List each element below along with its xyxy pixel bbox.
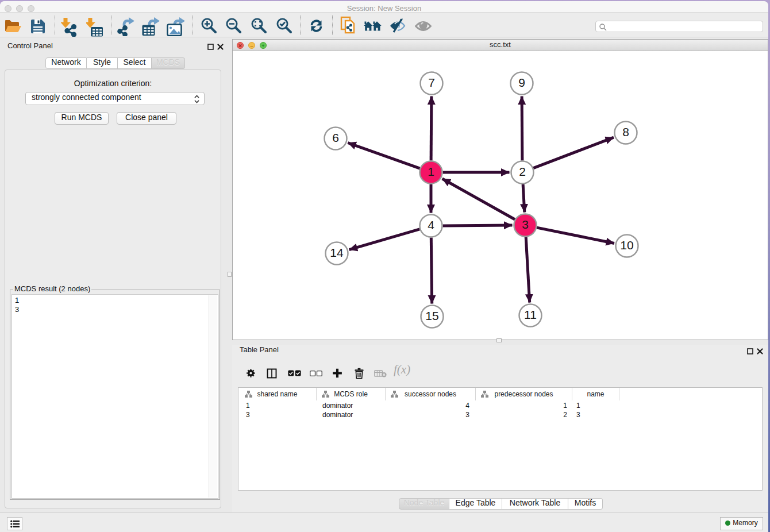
svg-text:7: 7 [428, 76, 435, 89]
svg-text:14: 14 [330, 246, 344, 259]
svg-text:15: 15 [425, 309, 438, 322]
svg-text:1: 1 [428, 165, 434, 178]
svg-text:8: 8 [622, 125, 629, 138]
svg-text:2: 2 [519, 165, 526, 178]
svg-text:6: 6 [332, 131, 339, 144]
svg-text:9: 9 [518, 76, 525, 89]
svg-text:3: 3 [522, 218, 529, 231]
svg-text:10: 10 [620, 238, 633, 252]
svg-text:11: 11 [524, 308, 537, 321]
svg-text:4: 4 [428, 218, 434, 232]
